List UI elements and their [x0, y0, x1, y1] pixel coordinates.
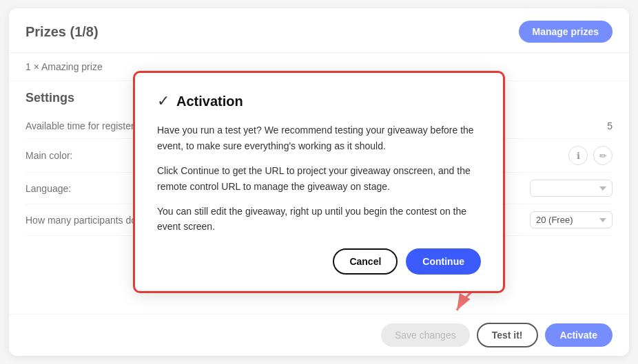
modal-body: Have you run a test yet? We recommend te…: [157, 122, 481, 234]
modal-overlay: ✓ Activation Have you run a test yet? We…: [9, 8, 629, 356]
page-container: Prizes (1/8) Manage prizes 1 × Amazing p…: [9, 8, 629, 356]
modal-cancel-button[interactable]: Cancel: [333, 248, 398, 275]
modal-body-p1: Have you run a test yet? We recommend te…: [157, 122, 481, 153]
modal-continue-button[interactable]: Continue: [406, 248, 481, 275]
modal-body-p2: Click Continue to get the URL to project…: [157, 163, 481, 194]
activation-modal: ✓ Activation Have you run a test yet? We…: [133, 71, 505, 292]
modal-body-p3: You can still edit the giveaway, right u…: [157, 204, 481, 235]
modal-footer: Cancel Continue: [157, 248, 481, 275]
modal-header: ✓ Activation: [157, 92, 481, 110]
modal-title: Activation: [176, 94, 243, 109]
check-icon: ✓: [157, 92, 169, 110]
